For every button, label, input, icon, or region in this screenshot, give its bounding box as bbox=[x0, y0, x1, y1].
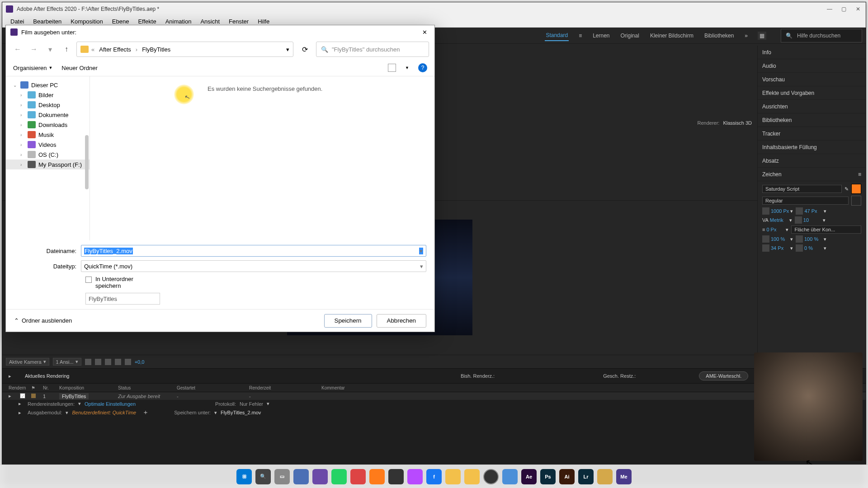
workspace-menu-icon[interactable]: ≡ bbox=[578, 31, 583, 41]
cancel-button[interactable]: Abbrechen bbox=[377, 314, 426, 328]
tsume-value[interactable]: 0 % bbox=[804, 245, 822, 251]
taskbar-facebook[interactable]: f bbox=[426, 469, 442, 484]
start-button[interactable]: ⊞ bbox=[236, 469, 252, 484]
view-dropdown-icon[interactable]: ▼ bbox=[405, 66, 409, 70]
taskbar-photoshop[interactable]: Ps bbox=[540, 469, 556, 484]
taskbar-app-6[interactable] bbox=[502, 469, 518, 484]
camera-dropdown[interactable]: Aktive Kamera▾ bbox=[6, 358, 49, 366]
panel-zeichen[interactable]: Zeichen≡ bbox=[758, 168, 866, 181]
tree-musik[interactable]: ›Musik bbox=[6, 130, 90, 140]
close-icon[interactable]: ✕ bbox=[856, 6, 862, 12]
workspace-standard[interactable]: Standard bbox=[545, 30, 569, 41]
panel-ausrichten[interactable]: Ausrichten bbox=[758, 100, 866, 113]
save-button[interactable]: Speichern bbox=[324, 314, 372, 328]
stroke-option-dropdown[interactable]: Fläche über Kon... bbox=[791, 225, 861, 234]
nav-forward-button[interactable]: → bbox=[28, 43, 40, 56]
viewer-icon-5[interactable] bbox=[125, 359, 131, 365]
tree-bilder[interactable]: ›Bilder bbox=[6, 90, 90, 100]
taskbar-app-4[interactable] bbox=[388, 469, 404, 484]
taskbar-app-3[interactable] bbox=[350, 469, 366, 484]
tracking-value[interactable]: 10 bbox=[803, 217, 821, 223]
folder-search-input[interactable]: 🔍 "FlyByTitles" durchsuchen bbox=[316, 42, 429, 57]
tree-desktop[interactable]: ›Desktop bbox=[6, 100, 90, 110]
taskbar-app-1[interactable] bbox=[293, 469, 309, 484]
expand-output-icon[interactable]: ▸ bbox=[19, 410, 24, 416]
taskbar-obs[interactable] bbox=[483, 469, 499, 484]
organize-dropdown[interactable]: Organisieren▼ bbox=[13, 65, 52, 71]
new-folder-button[interactable]: Neuer Ordner bbox=[61, 65, 97, 71]
refresh-button[interactable]: ⟳ bbox=[297, 42, 312, 57]
render-row-1[interactable]: ▸ ✓ 1 FlyByTitles Zur Ausgabe bereit - - bbox=[2, 392, 866, 400]
stroke-width-value[interactable]: 0 Px bbox=[766, 227, 784, 232]
taskbar-explorer[interactable] bbox=[445, 469, 461, 484]
hide-folders-button[interactable]: ⌃Ordner ausblenden bbox=[14, 317, 72, 324]
taskbar-app-5[interactable] bbox=[464, 469, 480, 484]
font-style-dropdown[interactable]: Regular bbox=[762, 197, 849, 205]
taskbar-messenger[interactable] bbox=[407, 469, 423, 484]
breadcrumb-dropdown-icon[interactable]: ▾ bbox=[286, 46, 289, 53]
taskbar-search-icon[interactable]: 🔍 bbox=[255, 469, 271, 484]
output-module-value[interactable]: Benutzerdefiniert: QuickTime bbox=[72, 410, 136, 415]
kerning-value[interactable]: Metrik bbox=[770, 217, 788, 223]
workspace-grid-icon[interactable]: ▦ bbox=[758, 32, 766, 40]
crumb-after-effects[interactable]: After Effects bbox=[97, 45, 133, 54]
panel-inhalt[interactable]: Inhaltsbasierte Füllung bbox=[758, 141, 866, 154]
crumb-flybytitles[interactable]: FlyByTitles bbox=[140, 45, 172, 54]
panel-menu-icon[interactable]: ≡ bbox=[858, 171, 861, 178]
baseline-value[interactable]: 34 Px bbox=[771, 245, 789, 251]
nav-back-button[interactable]: ← bbox=[11, 43, 24, 56]
subfolder-checkbox[interactable] bbox=[85, 277, 92, 283]
tree-downloads[interactable]: ›Downloads bbox=[6, 120, 90, 130]
stroke-swatch[interactable] bbox=[851, 196, 861, 206]
panel-tracker[interactable]: Tracker bbox=[758, 127, 866, 141]
eyedropper-icon[interactable]: ✎ bbox=[844, 186, 849, 192]
nav-up-button[interactable]: ↑ bbox=[60, 43, 73, 56]
dialog-close-button[interactable]: ✕ bbox=[419, 27, 430, 38]
leading-value[interactable]: 47 Px bbox=[804, 208, 822, 214]
workspace-more-icon[interactable]: » bbox=[744, 31, 749, 41]
maximize-icon[interactable]: ▢ bbox=[841, 6, 848, 12]
tree-videos[interactable]: ›Videos bbox=[6, 140, 90, 150]
view-options-button[interactable] bbox=[388, 64, 396, 72]
renderer-value[interactable]: Klassisch 3D bbox=[723, 120, 752, 126]
workspace-original[interactable]: Original bbox=[620, 31, 640, 41]
protokoll-value[interactable]: Nur Fehler bbox=[240, 401, 263, 407]
chevron-right-icon[interactable]: ▸ bbox=[9, 373, 11, 379]
dialog-help-button[interactable]: ? bbox=[418, 63, 427, 72]
expand-settings-icon[interactable]: ▸ bbox=[19, 401, 24, 407]
vscale-value[interactable]: 100 % bbox=[771, 236, 789, 242]
render-checkbox[interactable]: ✓ bbox=[20, 393, 25, 399]
hscale-value[interactable]: 100 % bbox=[804, 236, 822, 242]
file-list-area[interactable]: ↖ Es wurden keine Suchergebnisse gefunde… bbox=[90, 76, 434, 240]
subfolder-name-input[interactable]: FlyByTitles bbox=[85, 293, 160, 305]
tree-os-c[interactable]: ›OS (C:) bbox=[6, 150, 90, 160]
nav-recent-dropdown[interactable]: ▾ bbox=[44, 43, 57, 56]
taskbar-whatsapp[interactable] bbox=[331, 469, 347, 484]
add-output-icon[interactable]: ＋ bbox=[142, 408, 149, 417]
breadcrumb[interactable]: « After Effects › FlyByTitles ▾ bbox=[76, 42, 293, 57]
taskbar-firefox[interactable] bbox=[369, 469, 385, 484]
taskbar-app-7[interactable] bbox=[597, 469, 613, 484]
views-dropdown[interactable]: 1 Ansi...▾ bbox=[53, 358, 81, 366]
workspace-lernen[interactable]: Lernen bbox=[592, 31, 610, 41]
taskbar-after-effects[interactable]: Ae bbox=[521, 469, 537, 484]
viewer-icon-1[interactable] bbox=[85, 359, 91, 365]
font-size-value[interactable]: 1000 Px bbox=[771, 208, 789, 214]
ame-queue-button[interactable]: AME-Warteschl. bbox=[699, 371, 748, 380]
taskbar-lightroom[interactable]: Lr bbox=[578, 469, 594, 484]
panel-vorschau[interactable]: Vorschau bbox=[758, 73, 866, 86]
viewer-icon-4[interactable] bbox=[115, 359, 121, 365]
fill-color-swatch[interactable] bbox=[851, 184, 861, 194]
filetype-dropdown[interactable]: QuickTime (*.mov)▾ bbox=[81, 260, 426, 272]
taskbar-illustrator[interactable]: Ai bbox=[559, 469, 575, 484]
panel-audio[interactable]: Audio bbox=[758, 59, 866, 73]
save-to-value[interactable]: FlyByTitles_2.mov bbox=[221, 410, 261, 415]
workspace-kleiner[interactable]: Kleiner Bildschirm bbox=[649, 31, 694, 41]
tree-my-passport[interactable]: ›My Passport (F:) bbox=[6, 160, 90, 169]
workspace-bibliotheken[interactable]: Bibliotheken bbox=[703, 31, 735, 41]
panel-info[interactable]: Info bbox=[758, 46, 866, 59]
render-settings-value[interactable]: Optimale Einstellungen bbox=[85, 401, 136, 407]
tree-this-pc[interactable]: ⌄Dieser PC bbox=[6, 80, 90, 90]
exposure-value[interactable]: +0,0 bbox=[135, 359, 145, 365]
task-view-icon[interactable]: ▭ bbox=[274, 469, 290, 484]
